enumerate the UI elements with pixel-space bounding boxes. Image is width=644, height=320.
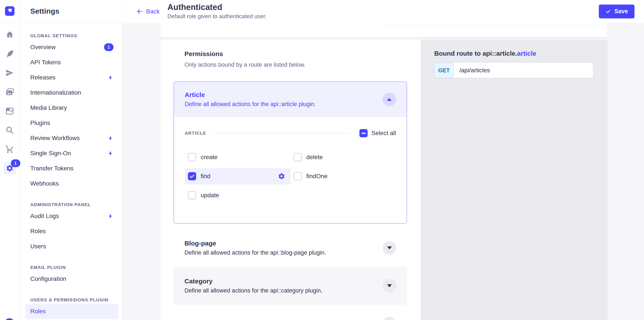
expand-button[interactable] [383, 279, 396, 292]
article-group-label: ARTICLE [185, 130, 206, 136]
accordion-category-description: Define all allowed actions for the api::… [184, 287, 322, 294]
accordion-article-body: ARTICLE Select all create [174, 117, 407, 223]
sidebar-title: Settings [30, 7, 59, 15]
collapse-button[interactable] [382, 93, 396, 106]
chevron-down-icon [387, 246, 392, 249]
media-library-icon[interactable] [0, 82, 19, 102]
sidebar-item-audit-logs[interactable]: Audit Logs [20, 209, 122, 224]
route-row: GET /api/articles [434, 63, 593, 78]
sidebar-item-internationalization[interactable]: Internationalization [20, 85, 122, 100]
search-icon[interactable] [0, 121, 19, 140]
sidebar-item-releases[interactable]: Releases [20, 70, 122, 85]
user-avatar[interactable] [4, 318, 15, 320]
sidebar-item-up-roles-active[interactable]: Roles [25, 304, 118, 319]
page-subtitle: Default role given to authenticated user… [168, 13, 266, 20]
main-area: Back Authenticated Default role given to… [122, 0, 644, 320]
settings-gear-rail-item[interactable]: 1 [0, 159, 19, 178]
sidebar-item-media-library[interactable]: Media Library [20, 100, 122, 115]
action-delete[interactable]: delete [290, 149, 396, 166]
accordion-category[interactable]: Category Define all allowed actions for … [174, 267, 407, 305]
bound-route-panel: Bound route to api::article.article GET … [420, 40, 607, 320]
permissions-title: Permissions [184, 50, 407, 58]
marketplace-cart-icon[interactable] [0, 140, 19, 159]
arrow-left-icon [136, 8, 143, 15]
strapi-logo[interactable] [5, 6, 14, 16]
select-all-label: Select all [371, 130, 396, 137]
paper-plane-icon[interactable] [0, 63, 19, 82]
accordion-blog-page-title: Blog-page [184, 240, 326, 247]
save-button[interactable]: Save [599, 5, 634, 18]
sidebar-item-plugins[interactable]: Plugins [20, 115, 122, 130]
sidebar-item-admin-roles[interactable]: Roles [20, 224, 122, 239]
accordion-blog-page[interactable]: Blog-page Define all allowed actions for… [174, 229, 407, 267]
nav-section-global-settings: GLOBAL SETTINGS [20, 32, 122, 40]
accordion-article-header[interactable]: Article Define all allowed actions for t… [174, 82, 407, 117]
settings-gear-active-bg: 1 [4, 162, 16, 175]
sidebar-header: Settings [20, 0, 122, 22]
sidebar-item-overview[interactable]: Overview 1 [20, 40, 122, 55]
action-create[interactable]: create [185, 149, 290, 166]
strapi-settings-screen: 1 Settings GLOBAL SETTINGS Overview 1 AP… [0, 0, 644, 320]
back-link[interactable]: Back [136, 8, 160, 15]
lightning-icon [108, 150, 114, 157]
app-icon-rail: 1 [0, 0, 20, 320]
select-all-checkbox-indeterminate[interactable] [360, 129, 368, 137]
sidebar-item-single-sign-on[interactable]: Single Sign-On [20, 146, 122, 161]
checkbox-update-unchecked[interactable] [188, 191, 196, 199]
description-field-bottom-edge[interactable] [388, 23, 606, 26]
action-find-selected[interactable]: find [185, 168, 290, 185]
chevron-up-icon [387, 98, 392, 101]
chevron-down-icon [387, 284, 392, 287]
http-method-badge: GET [434, 63, 454, 78]
expand-button[interactable] [383, 317, 396, 320]
nav-section-email-plugin: EMAIL PLUGIN [20, 263, 122, 271]
permissions-card: Permissions Only actions bound by a rout… [160, 40, 607, 320]
accordion-article-texts: Article Define all allowed actions for t… [185, 91, 316, 108]
accordion-row-partial[interactable] [174, 305, 407, 320]
settings-sidebar: Settings GLOBAL SETTINGS Overview 1 API … [20, 0, 122, 320]
checkbox-create-unchecked[interactable] [188, 153, 196, 161]
article-group-row: ARTICLE Select all [185, 129, 396, 137]
accordion-article-title: Article [185, 91, 316, 98]
sidebar-item-transfer-tokens[interactable]: Transfer Tokens [20, 161, 122, 176]
sidebar-item-webhooks[interactable]: Webhooks [20, 176, 122, 191]
rail-icon-list: 1 [0, 22, 19, 178]
bound-route-accent: article [517, 50, 536, 57]
page-title: Authenticated [168, 3, 266, 12]
check-icon [605, 9, 611, 14]
select-all-control[interactable]: Select all [360, 129, 396, 137]
checkbox-find-checked[interactable] [188, 172, 196, 180]
page-content: Permissions Only actions bound by a rout… [122, 23, 644, 320]
expand-button[interactable] [383, 241, 396, 255]
page-header: Back Authenticated Default role given to… [122, 0, 644, 23]
group-divider [212, 133, 350, 133]
logo-container [0, 0, 19, 22]
sidebar-item-review-workflows[interactable]: Review Workflows [20, 130, 122, 146]
rail-footer-divider [0, 313, 19, 320]
lightning-icon [108, 74, 114, 81]
overview-badge: 1 [104, 43, 114, 51]
save-label: Save [614, 8, 628, 15]
cog-settings-icon[interactable] [278, 173, 285, 180]
nav-section-administration-panel: ADMINISTRATION PANEL [20, 201, 122, 209]
action-findOne[interactable]: findOne [290, 168, 396, 185]
feather-icon[interactable] [0, 44, 19, 63]
action-update[interactable]: update [185, 187, 290, 204]
home-icon[interactable] [0, 25, 19, 44]
checkbox-findOne-unchecked[interactable] [294, 172, 302, 180]
nav-section-users-permissions-plugin: USERS & PERMISSIONS PLUGIN [20, 296, 122, 304]
route-path: /api/articles [454, 63, 593, 78]
layout-icon[interactable] [0, 102, 19, 121]
sidebar-item-admin-users[interactable]: Users [20, 239, 122, 254]
article-actions-grid: create delete find [185, 149, 396, 204]
back-label: Back [146, 8, 160, 15]
lightning-icon [108, 135, 114, 142]
accordion-article-description: Define all allowed actions for the api::… [185, 101, 316, 108]
sidebar-item-api-tokens[interactable]: API Tokens [20, 55, 122, 70]
accordion-blog-page-description: Define all allowed actions for the api::… [184, 249, 326, 256]
accordion-article-expanded: Article Define all allowed actions for t… [174, 82, 407, 224]
permissions-column: Permissions Only actions bound by a rout… [160, 40, 420, 320]
checkbox-delete-unchecked[interactable] [294, 153, 302, 161]
accordion-category-title: Category [184, 278, 322, 285]
sidebar-item-email-configuration[interactable]: Configuration [20, 271, 122, 286]
